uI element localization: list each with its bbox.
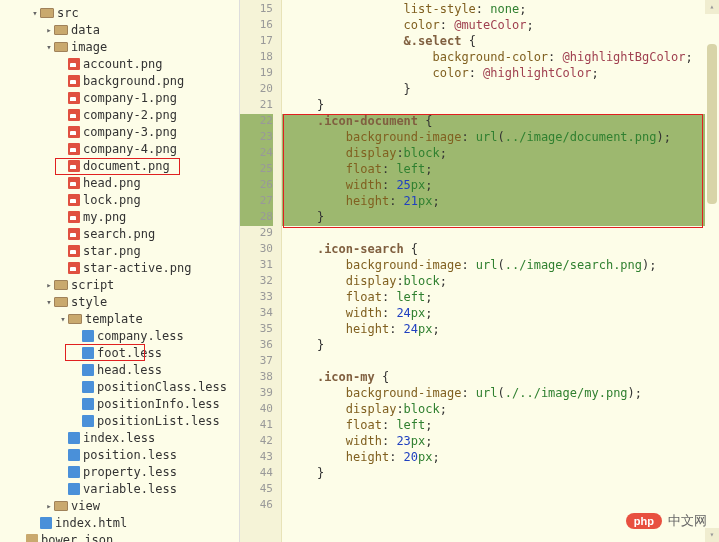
tree-item[interactable]: script xyxy=(0,276,239,293)
tree-item[interactable]: bower.json xyxy=(0,531,239,542)
code-line[interactable] xyxy=(282,482,705,498)
line-number: 46 xyxy=(240,498,273,514)
tree-item[interactable]: position.less xyxy=(0,446,239,463)
tree-item[interactable]: lock.png xyxy=(0,191,239,208)
expand-arrow-icon[interactable] xyxy=(44,501,54,511)
line-number: 29 xyxy=(240,226,273,242)
code-area[interactable]: list-style: none; color: @muteColor; &.s… xyxy=(282,0,705,542)
scroll-up-button[interactable]: ▴ xyxy=(705,0,719,14)
tree-item[interactable]: variable.less xyxy=(0,480,239,497)
tree-item[interactable]: view xyxy=(0,497,239,514)
line-number: 44 xyxy=(240,466,273,482)
code-line[interactable]: float: left; xyxy=(282,162,705,178)
code-line[interactable]: display:block; xyxy=(282,402,705,418)
folder-open-icon xyxy=(54,25,68,35)
code-line[interactable]: display:block; xyxy=(282,146,705,162)
tree-item[interactable]: index.less xyxy=(0,429,239,446)
file-tree[interactable]: srcdataimageaccount.pngbackground.pngcom… xyxy=(0,0,240,542)
tree-item[interactable]: account.png xyxy=(0,55,239,72)
code-line[interactable]: width: 24px; xyxy=(282,306,705,322)
code-line[interactable]: } xyxy=(282,210,705,226)
tree-item[interactable]: head.png xyxy=(0,174,239,191)
code-line[interactable]: .icon-document { xyxy=(282,114,705,130)
tree-item-label: variable.less xyxy=(83,482,177,496)
tree-item[interactable]: positionClass.less xyxy=(0,378,239,395)
tree-item[interactable]: data xyxy=(0,21,239,38)
file-less-icon xyxy=(68,483,80,495)
tree-item[interactable]: star-active.png xyxy=(0,259,239,276)
code-line[interactable] xyxy=(282,354,705,370)
tree-item[interactable]: template xyxy=(0,310,239,327)
tree-item[interactable]: image xyxy=(0,38,239,55)
code-line[interactable]: background-image: url(../image/search.pn… xyxy=(282,258,705,274)
code-line[interactable]: height: 21px; xyxy=(282,194,705,210)
code-line[interactable]: float: left; xyxy=(282,290,705,306)
line-number: 40 xyxy=(240,402,273,418)
tree-item[interactable]: index.html xyxy=(0,514,239,531)
tree-item-label: style xyxy=(71,295,107,309)
code-line[interactable]: height: 20px; xyxy=(282,450,705,466)
file-less-icon xyxy=(82,398,94,410)
code-line[interactable]: } xyxy=(282,82,705,98)
code-line[interactable]: color: @muteColor; xyxy=(282,18,705,34)
tree-item[interactable]: src xyxy=(0,4,239,21)
watermark-text: 中文网 xyxy=(668,512,707,530)
line-number: 38 xyxy=(240,370,273,386)
code-line[interactable]: float: left; xyxy=(282,418,705,434)
expand-arrow-icon[interactable] xyxy=(44,297,54,307)
watermark: php 中文网 xyxy=(626,512,707,530)
file-img-icon xyxy=(68,211,80,223)
tree-item[interactable]: background.png xyxy=(0,72,239,89)
tree-item[interactable]: company-2.png xyxy=(0,106,239,123)
tree-item[interactable]: property.less xyxy=(0,463,239,480)
tree-item[interactable]: head.less xyxy=(0,361,239,378)
expand-arrow-icon[interactable] xyxy=(44,42,54,52)
tree-item-label: head.less xyxy=(97,363,162,377)
vertical-scrollbar[interactable]: ▴ ▾ xyxy=(705,0,719,542)
code-line[interactable]: background-image: url(./../image/my.png)… xyxy=(282,386,705,402)
code-line[interactable] xyxy=(282,226,705,242)
tree-item[interactable]: search.png xyxy=(0,225,239,242)
code-line[interactable]: height: 24px; xyxy=(282,322,705,338)
code-line[interactable]: display:block; xyxy=(282,274,705,290)
code-line[interactable]: background-image: url(../image/document.… xyxy=(282,130,705,146)
tree-item[interactable]: positionList.less xyxy=(0,412,239,429)
scroll-thumb[interactable] xyxy=(707,44,717,204)
tree-item[interactable]: company-4.png xyxy=(0,140,239,157)
file-img-icon xyxy=(68,126,80,138)
tree-item[interactable]: company.less xyxy=(0,327,239,344)
code-line[interactable]: list-style: none; xyxy=(282,2,705,18)
code-line[interactable]: background-color: @highlightBgColor; xyxy=(282,50,705,66)
expand-arrow-icon[interactable] xyxy=(58,314,68,324)
code-line[interactable]: } xyxy=(282,338,705,354)
code-editor[interactable]: 1516171819202122232425262728293031323334… xyxy=(240,0,719,542)
expand-arrow-icon[interactable] xyxy=(30,8,40,18)
tree-item[interactable]: star.png xyxy=(0,242,239,259)
tree-item[interactable]: style xyxy=(0,293,239,310)
tree-item[interactable]: company-1.png xyxy=(0,89,239,106)
file-html-icon xyxy=(40,517,52,529)
file-json-icon xyxy=(26,534,38,543)
code-line[interactable]: color: @highlightColor; xyxy=(282,66,705,82)
code-line[interactable]: .icon-search { xyxy=(282,242,705,258)
scroll-down-button[interactable]: ▾ xyxy=(705,528,719,542)
tree-item-label: star-active.png xyxy=(83,261,191,275)
file-less-icon xyxy=(82,330,94,342)
tree-item[interactable]: my.png xyxy=(0,208,239,225)
tree-item[interactable]: company-3.png xyxy=(0,123,239,140)
code-line[interactable]: } xyxy=(282,98,705,114)
file-less-icon xyxy=(82,364,94,376)
code-line[interactable]: &.select { xyxy=(282,34,705,50)
code-line[interactable]: .icon-my { xyxy=(282,370,705,386)
scroll-track[interactable] xyxy=(705,14,719,528)
code-line[interactable]: } xyxy=(282,466,705,482)
expand-arrow-icon[interactable] xyxy=(44,25,54,35)
tree-item[interactable]: positionInfo.less xyxy=(0,395,239,412)
line-number: 43 xyxy=(240,450,273,466)
tree-item-label: my.png xyxy=(83,210,126,224)
code-line[interactable]: width: 25px; xyxy=(282,178,705,194)
tree-item[interactable]: document.png xyxy=(0,157,239,174)
tree-item[interactable]: foot.less xyxy=(0,344,239,361)
code-line[interactable]: width: 23px; xyxy=(282,434,705,450)
expand-arrow-icon[interactable] xyxy=(44,280,54,290)
